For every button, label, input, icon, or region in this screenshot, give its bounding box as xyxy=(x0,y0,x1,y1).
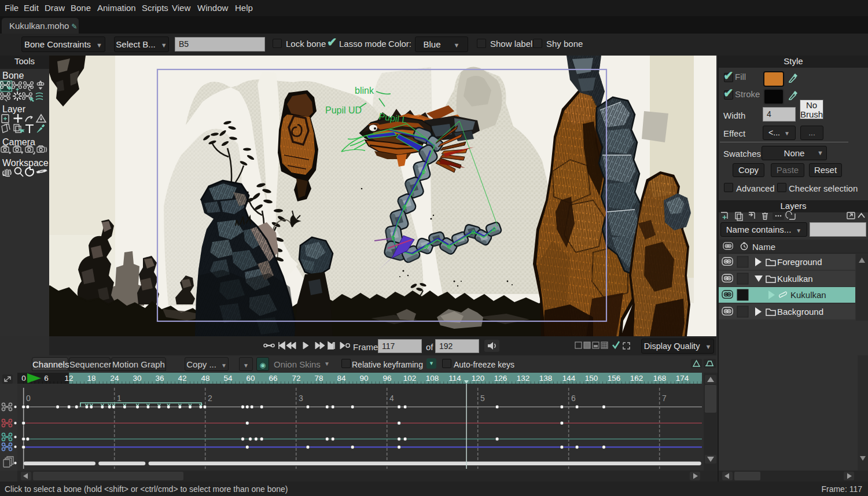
svg-text:Background: Background xyxy=(777,307,823,317)
svg-text:1: 1 xyxy=(117,394,122,403)
svg-text:Kukulkan: Kukulkan xyxy=(777,274,813,284)
svg-text:blink: blink xyxy=(355,86,374,95)
svg-text:5: 5 xyxy=(480,394,485,403)
svg-text:3: 3 xyxy=(299,394,303,403)
svg-text:6: 6 xyxy=(571,394,576,403)
svg-text:Foreground: Foreground xyxy=(777,257,822,267)
svg-text:Pupil UD: Pupil UD xyxy=(325,105,362,115)
svg-text:0: 0 xyxy=(26,394,31,403)
svg-text:4: 4 xyxy=(389,394,394,403)
svg-text:7: 7 xyxy=(662,394,667,403)
svg-text:Kukulkan: Kukulkan xyxy=(790,290,826,300)
svg-text:24: 24 xyxy=(110,374,119,383)
svg-text:144: 144 xyxy=(562,374,576,383)
svg-text:2: 2 xyxy=(208,394,212,403)
